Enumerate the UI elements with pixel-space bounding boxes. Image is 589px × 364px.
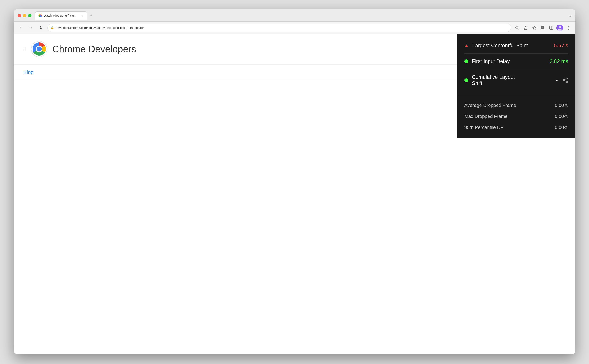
- avg-dropped-value: 0.00%: [555, 103, 568, 108]
- address-bar[interactable]: 🔒 developer.chrome.com/blog/watch-video-…: [47, 24, 511, 32]
- cls-indicator: [465, 78, 468, 82]
- lcp-value: 5.57 s: [554, 42, 568, 49]
- max-dropped-name: Max Dropped Frame: [465, 114, 508, 119]
- max-dropped-row: Max Dropped Frame 0.00%: [465, 111, 568, 122]
- svg-rect-6: [541, 28, 543, 29]
- browser-window: Watch video using Picture-in-P × + ⌄ ← →…: [14, 9, 575, 354]
- extensions-icon: [541, 26, 545, 30]
- profile-avatar: [557, 25, 563, 31]
- svg-rect-7: [543, 28, 544, 29]
- tab-title: Watch video using Picture-in-P: [44, 14, 78, 17]
- core-vitals-section: ▲ Largest Contentful Paint 5.57 s First …: [457, 34, 575, 95]
- chrome-logo: [31, 41, 47, 57]
- window-icon: [549, 26, 553, 30]
- maximize-button[interactable]: [28, 14, 31, 17]
- menu-button[interactable]: ⋮: [565, 25, 571, 31]
- avg-dropped-name: Average Dropped Frame: [465, 103, 516, 108]
- title-bar: Watch video using Picture-in-P × + ⌄: [14, 9, 575, 22]
- toolbar-actions: ⋮: [514, 25, 571, 31]
- lock-icon: 🔒: [51, 26, 54, 29]
- svg-line-22: [564, 81, 566, 82]
- svg-point-19: [566, 78, 568, 79]
- svg-point-20: [563, 79, 565, 81]
- traffic-lights: [18, 14, 31, 17]
- back-button[interactable]: ←: [18, 24, 25, 31]
- svg-rect-8: [550, 26, 553, 29]
- avg-dropped-row: Average Dropped Frame 0.00%: [465, 100, 568, 111]
- lcp-name: Largest Contentful Paint: [472, 42, 550, 49]
- svg-rect-4: [541, 26, 543, 28]
- tab-favicon: [38, 14, 42, 18]
- url-text: developer.chrome.com/blog/watch-video-us…: [56, 26, 144, 29]
- share-button[interactable]: [523, 25, 529, 31]
- extensions-button[interactable]: [539, 25, 546, 31]
- bookmark-button[interactable]: [531, 25, 537, 31]
- percentile-value: 0.00%: [555, 125, 568, 130]
- svg-point-21: [566, 81, 568, 83]
- svg-rect-5: [543, 26, 544, 28]
- fid-indicator: [465, 59, 468, 63]
- window-button[interactable]: [548, 25, 555, 31]
- cls-metric: Cumulative Layout Shift -: [465, 70, 568, 90]
- svg-line-3: [518, 28, 519, 29]
- cls-value: -: [556, 77, 558, 83]
- active-tab[interactable]: Watch video using Picture-in-P ×: [35, 11, 87, 20]
- lcp-metric: ▲ Largest Contentful Paint 5.57 s: [465, 39, 568, 52]
- browser-toolbar: ← → ↻ 🔒 developer.chrome.com/blog/watch-…: [14, 22, 575, 34]
- content-area: ≡ Chrome De: [14, 34, 575, 354]
- close-button[interactable]: [18, 14, 21, 17]
- percentile-row: 95th Percentile DF 0.00%: [465, 122, 568, 133]
- share-icon: [524, 26, 528, 30]
- reload-button[interactable]: ↻: [38, 24, 45, 31]
- fid-name: First Input Delay: [472, 58, 546, 65]
- percentile-name: 95th Percentile DF: [465, 125, 504, 130]
- tab-bar: Watch video using Picture-in-P × + ⌄: [35, 11, 571, 20]
- svg-point-14: [37, 47, 42, 52]
- search-icon: [515, 26, 519, 30]
- fid-value: 2.82 ms: [550, 58, 568, 65]
- share-icon[interactable]: [563, 77, 568, 83]
- cls-name: Cumulative Layout Shift: [472, 74, 518, 86]
- frame-metrics-section: Average Dropped Frame 0.00% Max Dropped …: [457, 95, 575, 138]
- fid-metric: First Input Delay 2.82 ms: [465, 54, 568, 68]
- svg-line-23: [564, 79, 566, 80]
- new-tab-button[interactable]: +: [88, 12, 95, 19]
- max-dropped-value: 0.00%: [555, 114, 568, 119]
- forward-button[interactable]: →: [28, 24, 35, 31]
- hamburger-menu[interactable]: ≡: [23, 46, 26, 52]
- profile-button[interactable]: [557, 25, 563, 31]
- page-title: Chrome Developers: [52, 44, 136, 54]
- search-button[interactable]: [514, 25, 521, 31]
- star-icon: [532, 26, 536, 30]
- performance-overlay: ▲ Largest Contentful Paint 5.57 s First …: [457, 34, 575, 138]
- minimize-button[interactable]: [23, 14, 26, 17]
- tab-dropdown-button[interactable]: ⌄: [569, 14, 571, 18]
- tab-close-button[interactable]: ×: [80, 14, 84, 18]
- svg-rect-9: [551, 26, 552, 29]
- blog-link[interactable]: Blog: [23, 69, 34, 75]
- lcp-warning-icon: ▲: [465, 43, 469, 48]
- svg-point-11: [559, 26, 561, 28]
